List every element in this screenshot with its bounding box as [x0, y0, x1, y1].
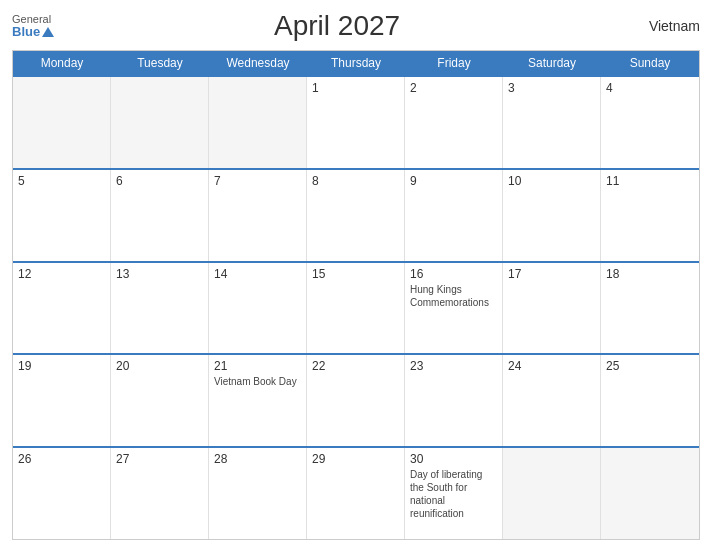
week-row-5: 2627282930Day of liberating the South fo…	[13, 446, 699, 539]
day-number: 30	[410, 452, 497, 466]
calendar-cell: 24	[503, 355, 601, 446]
calendar-cell: 6	[111, 170, 209, 261]
calendar: MondayTuesdayWednesdayThursdayFridaySatu…	[12, 50, 700, 540]
calendar-cell: 10	[503, 170, 601, 261]
calendar-cell	[601, 448, 699, 539]
day-number: 11	[606, 174, 694, 188]
day-number: 4	[606, 81, 694, 95]
day-number: 7	[214, 174, 301, 188]
day-number: 27	[116, 452, 203, 466]
day-number: 5	[18, 174, 105, 188]
calendar-cell	[209, 77, 307, 168]
calendar-cell: 11	[601, 170, 699, 261]
page-title: April 2027	[54, 10, 620, 42]
calendar-cell: 13	[111, 263, 209, 354]
calendar-cell: 5	[13, 170, 111, 261]
calendar-cell: 21Vietnam Book Day	[209, 355, 307, 446]
day-number: 22	[312, 359, 399, 373]
calendar-cell	[13, 77, 111, 168]
day-number: 25	[606, 359, 694, 373]
calendar-cell: 14	[209, 263, 307, 354]
week-row-2: 567891011	[13, 168, 699, 261]
calendar-cell: 28	[209, 448, 307, 539]
logo: General Blue	[12, 13, 54, 39]
calendar-cell: 9	[405, 170, 503, 261]
day-number: 2	[410, 81, 497, 95]
day-number: 8	[312, 174, 399, 188]
day-number: 18	[606, 267, 694, 281]
calendar-cell: 2	[405, 77, 503, 168]
day-number: 1	[312, 81, 399, 95]
header-day-saturday: Saturday	[503, 51, 601, 75]
logo-triangle-icon	[42, 27, 54, 37]
calendar-cell: 1	[307, 77, 405, 168]
day-number: 17	[508, 267, 595, 281]
day-number: 26	[18, 452, 105, 466]
logo-blue-text: Blue	[12, 25, 40, 39]
page-header: General Blue April 2027 Vietnam	[12, 10, 700, 42]
calendar-cell: 17	[503, 263, 601, 354]
event-label: Day of liberating the South for national…	[410, 469, 482, 519]
country-label: Vietnam	[620, 18, 700, 34]
header-day-thursday: Thursday	[307, 51, 405, 75]
day-number: 16	[410, 267, 497, 281]
calendar-cell: 16Hung Kings Commemorations	[405, 263, 503, 354]
calendar-cell: 18	[601, 263, 699, 354]
day-number: 13	[116, 267, 203, 281]
calendar-cell: 19	[13, 355, 111, 446]
calendar-cell: 26	[13, 448, 111, 539]
calendar-cell: 29	[307, 448, 405, 539]
day-number: 10	[508, 174, 595, 188]
calendar-cell: 15	[307, 263, 405, 354]
day-number: 15	[312, 267, 399, 281]
event-label: Vietnam Book Day	[214, 376, 297, 387]
header-day-monday: Monday	[13, 51, 111, 75]
header-day-friday: Friday	[405, 51, 503, 75]
calendar-cell: 7	[209, 170, 307, 261]
day-number: 21	[214, 359, 301, 373]
day-number: 3	[508, 81, 595, 95]
day-number: 28	[214, 452, 301, 466]
header-day-tuesday: Tuesday	[111, 51, 209, 75]
header-day-sunday: Sunday	[601, 51, 699, 75]
day-number: 14	[214, 267, 301, 281]
day-number: 29	[312, 452, 399, 466]
header-day-wednesday: Wednesday	[209, 51, 307, 75]
day-number: 9	[410, 174, 497, 188]
day-number: 19	[18, 359, 105, 373]
day-number: 12	[18, 267, 105, 281]
calendar-cell: 23	[405, 355, 503, 446]
calendar-cell: 27	[111, 448, 209, 539]
calendar-cell	[111, 77, 209, 168]
event-label: Hung Kings Commemorations	[410, 284, 489, 308]
calendar-cell	[503, 448, 601, 539]
calendar-cell: 22	[307, 355, 405, 446]
calendar-cell: 25	[601, 355, 699, 446]
calendar-page: General Blue April 2027 Vietnam MondayTu…	[0, 0, 712, 550]
calendar-cell: 3	[503, 77, 601, 168]
calendar-cell: 30Day of liberating the South for nation…	[405, 448, 503, 539]
calendar-cell: 12	[13, 263, 111, 354]
calendar-body: 12345678910111213141516Hung Kings Commem…	[13, 75, 699, 539]
week-row-1: 1234	[13, 75, 699, 168]
day-number: 6	[116, 174, 203, 188]
week-row-4: 192021Vietnam Book Day22232425	[13, 353, 699, 446]
calendar-cell: 4	[601, 77, 699, 168]
calendar-header: MondayTuesdayWednesdayThursdayFridaySatu…	[13, 51, 699, 75]
week-row-3: 1213141516Hung Kings Commemorations1718	[13, 261, 699, 354]
day-number: 23	[410, 359, 497, 373]
day-number: 20	[116, 359, 203, 373]
day-number: 24	[508, 359, 595, 373]
calendar-cell: 8	[307, 170, 405, 261]
calendar-cell: 20	[111, 355, 209, 446]
